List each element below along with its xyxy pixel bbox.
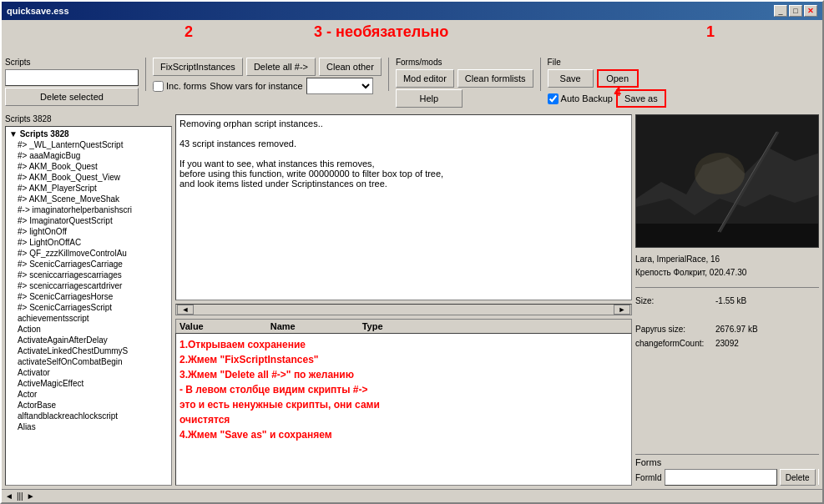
list-item[interactable]: #> lightOnOff [8, 226, 169, 237]
log-area[interactable]: Removing orphan script instances.. 43 sc… [175, 114, 632, 300]
list-item[interactable]: #> AKM_PlayerScript [8, 183, 169, 194]
col-value: Value [179, 321, 204, 331]
file-row1: Save Open [548, 69, 666, 88]
show-vars-select[interactable] [306, 78, 373, 94]
list-item[interactable]: #> sceniccarriagescarriages [8, 270, 169, 280]
list-item[interactable]: #> QF_zzzKillmoveControlAu [8, 248, 169, 259]
char-name: Lara, ImperialRace, 16 [635, 253, 819, 266]
list-item[interactable]: #> sceniccarriagescartdriver [8, 280, 169, 291]
list-item[interactable]: Alias [8, 421, 169, 432]
list-item[interactable]: Actor [8, 389, 169, 400]
list-item[interactable]: Action [8, 324, 169, 335]
separator-1 [145, 58, 146, 91]
forms-label: Forms [635, 457, 819, 467]
svg-rect-3 [636, 224, 819, 248]
list-item[interactable]: #> ScenicCarriagesHorse [8, 291, 169, 302]
col-name: Name [270, 321, 296, 331]
clean-other-button[interactable]: Clean other [319, 58, 382, 76]
scripts-group: Scripts Delete selected [5, 58, 139, 106]
show-vars-row: Show vars for instance [210, 78, 372, 94]
tree-root[interactable]: ▼ Scripts 3828 [8, 129, 169, 139]
list-item[interactable]: #> ScenicCarriagesCarriage [8, 259, 169, 270]
file-info: Size: -1.55 kB Papyrus size: 2676.97 kB … [635, 294, 819, 350]
fix-group: FixScriptInstances Delete all #-> Clean … [153, 58, 382, 94]
separator-3 [540, 58, 541, 91]
annotation-2: 2 [185, 23, 193, 41]
forms-row: FormId Delete Save Load Edit [635, 469, 819, 486]
scroll-right-btn[interactable]: ► [614, 305, 630, 315]
list-item[interactable]: #-> imaginatorhelperbanishscri [8, 204, 169, 215]
list-item[interactable]: #> ScenicCarriagesScript [8, 302, 169, 313]
file-label: File [548, 58, 666, 67]
list-item[interactable]: alftandblackreachlockscript [8, 411, 169, 421]
forms-save-button[interactable]: Save [818, 469, 819, 486]
list-item[interactable]: achievementsscript [8, 313, 169, 324]
list-item[interactable]: #> AKM_Book_Quest_View [8, 172, 169, 183]
forms-delete-button[interactable]: Delete [780, 469, 816, 486]
list-item[interactable]: #> aaaMagicBug [8, 150, 169, 161]
list-item[interactable]: ActivateAgainAfterDelay [8, 335, 169, 345]
scripts-tree[interactable]: ▼ Scripts 3828 #> _WL_LanternQuestScript… [5, 126, 172, 486]
scripts-filter-input[interactable] [5, 69, 139, 86]
inc-forms-row: Inc. forms [153, 81, 206, 92]
titlebar-buttons: _ □ ✕ [774, 5, 817, 17]
list-item[interactable]: #> AKM_Book_Quest [8, 161, 169, 172]
incforms-row: Inc. forms Show vars for instance [153, 78, 382, 94]
formid-label: FormId [635, 473, 662, 482]
list-item[interactable]: #> _WL_LanternQuestScript [8, 139, 169, 150]
info-divider [635, 287, 819, 288]
window-title: quicksave.ess [7, 6, 69, 16]
delete-all-button[interactable]: Delete all #-> [246, 58, 316, 76]
close-button[interactable]: ✕ [804, 5, 817, 17]
fix-row: FixScriptInstances Delete all #-> Clean … [153, 58, 382, 76]
list-item[interactable]: ActivateLinkedChestDummyS [8, 345, 169, 356]
delete-selected-button[interactable]: Delete selected [5, 88, 139, 106]
save-button[interactable]: Save [548, 69, 594, 88]
list-item[interactable]: #> ImaginatorQuestScript [8, 215, 169, 226]
log-line-5: If you want to see, what instances this … [179, 159, 628, 169]
location-text: Крепость Фолкрит, 020.47.30 [635, 266, 819, 280]
instructions-text: 1.Открываем сохранение 2.Жмем "FixScript… [179, 337, 628, 442]
fix-script-instances-button[interactable]: FixScriptInstances [153, 58, 243, 76]
clean-formlists-button[interactable]: Clean formlists [457, 69, 533, 88]
values-area: Value Name Type 1.Открываем сохранение 2… [175, 319, 632, 486]
right-panel: Lara, ImperialRace, 16 Крепость Фолкрит,… [635, 114, 819, 486]
inc-forms-label: Inc. forms [166, 81, 206, 91]
list-item[interactable]: ActiveMagicEffect [8, 378, 169, 389]
formsmods-label: Forms/mods [396, 58, 533, 67]
log-line-6: before using this function, write 000000… [179, 169, 628, 179]
size-row: Size: -1.55 kB [635, 294, 819, 308]
log-line-3: 43 script instances removed. [179, 139, 628, 149]
preview-svg [636, 115, 819, 248]
col-type: Type [362, 321, 383, 331]
list-item[interactable]: activateSelfOnCombatBegin [8, 356, 169, 367]
char-info: Lara, ImperialRace, 16 Крепость Фолкрит,… [635, 251, 819, 281]
status-text: ◄ [5, 491, 13, 501]
scripts-panel-header: Scripts 3828 [5, 114, 172, 123]
list-item[interactable]: ActorBase [8, 400, 169, 411]
scripts-input-row [5, 69, 139, 86]
formid-input[interactable] [665, 469, 777, 486]
forms-section: Forms FormId Delete Save Load Edit [635, 451, 819, 486]
save-as-button[interactable]: Save as [616, 89, 666, 108]
formsmods-row: Mod editor Clean formlists [396, 69, 533, 88]
mod-editor-button[interactable]: Mod editor [396, 69, 454, 88]
log-hscrollbar[interactable]: ◄ ► [175, 304, 632, 315]
size-value: -1.55 kB [715, 294, 746, 308]
auto-backup-label: Auto Backup [561, 93, 613, 103]
minimize-button[interactable]: _ [774, 5, 787, 17]
papyrus-row: Papyrus size: 2676.97 kB [635, 322, 819, 336]
list-item[interactable]: #> LightOnOffAC [8, 237, 169, 248]
list-item[interactable]: #> AKM_Scene_MoveShak [8, 194, 169, 204]
instructions-area[interactable]: 1.Открываем сохранение 2.Жмем "FixScript… [175, 333, 632, 486]
inc-forms-checkbox[interactable] [153, 81, 164, 92]
changeform-label: changeformCount: [635, 336, 710, 350]
main-content: 2 3 - необязательно 1 Scripts Delete sel… [2, 20, 822, 489]
help-button[interactable]: Help [396, 89, 463, 108]
list-item[interactable]: Activator [8, 367, 169, 378]
right-spacer [635, 354, 819, 448]
preview-image [635, 114, 819, 248]
auto-backup-checkbox[interactable] [548, 93, 559, 104]
scroll-left-btn[interactable]: ◄ [177, 305, 194, 315]
maximize-button[interactable]: □ [789, 5, 802, 17]
